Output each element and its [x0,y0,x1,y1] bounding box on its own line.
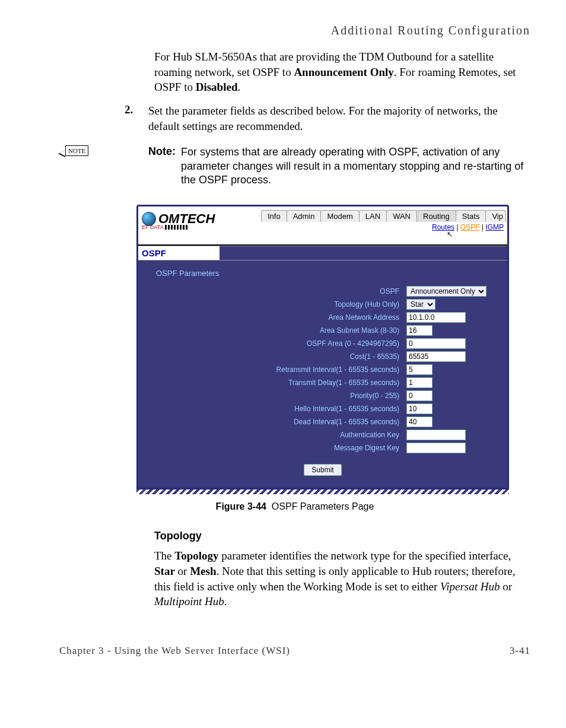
label-priority: Priority(0 - 255) [150,392,402,400]
topo-b2: Star [154,565,175,577]
label-hello: Hello Interval(1 - 65535 seconds) [150,405,402,413]
footer-left: Chapter 3 - Using the Web Server Interfa… [59,645,290,657]
topo-t2: parameter identifies the network type fo… [219,549,511,562]
input-msgdigest[interactable] [406,443,466,453]
row-msgdigest: Message Digest Key [150,443,495,453]
tab-info[interactable]: Info [261,210,287,222]
label-txdelay: Transmit Delay(1 - 65535 seconds) [150,379,402,387]
input-priority[interactable] [406,390,433,401]
label-dead: Dead Interval(1 - 65535 seconds) [150,418,402,426]
label-authkey: Authentication Key [150,431,402,439]
cursor-icon: ↖ [447,230,453,239]
tab-modem[interactable]: Modem [320,210,359,222]
input-authkey[interactable] [406,430,466,440]
topo-i2: Multipoint Hub [154,595,224,608]
tab-bar: Info Admin Modem LAN WAN Routing Stats V… [262,210,506,222]
note-label: Note: [148,145,181,187]
label-cost: Cost(1 - 65535) [150,352,402,361]
label-ospf: OSPF [150,287,402,295]
intro-paragraph: For Hub SLM-5650As that are providing th… [154,49,530,95]
row-area-net: Area Network Address [150,312,495,323]
input-area-net[interactable] [406,312,466,323]
topo-t5: or [500,580,512,593]
row-retrans: Retransmit Interval(1 - 65535 seconds) [150,364,495,375]
logo-block: OMTECH EF DATA [142,211,215,230]
logo-bars-icon [165,225,189,230]
topo-b1: Topology [174,549,218,562]
row-txdelay: Transmit Delay(1 - 65535 seconds) [150,377,495,388]
label-msgdigest: Message Digest Key [150,444,402,452]
section-header: OSPF [138,246,507,260]
logo-sub-ef: EF DATA [142,224,164,230]
tab-stats[interactable]: Stats [456,210,486,222]
note-row: NOTE Note: For systems that are already … [59,145,530,187]
input-ospf-area[interactable] [406,338,466,349]
submit-button[interactable]: Submit [304,464,341,476]
tab-routing[interactable]: Routing [416,210,456,222]
tab-vip[interactable]: Vip [485,210,506,222]
row-hello: Hello Interval(1 - 65535 seconds) [150,403,495,414]
topo-i1: Vipersat Hub [440,580,500,593]
step-2-row: 2. Set the parameter fields as described… [125,103,530,133]
submit-row: Submit [150,464,495,476]
label-subnet: Area Subnet Mask (8-30) [150,326,402,335]
input-subnet[interactable] [406,325,433,336]
input-hello[interactable] [406,403,433,414]
row-priority: Priority(0 - 255) [150,390,495,401]
topo-t6: . [224,595,227,608]
app-screenshot: OMTECH EF DATA Info Admin Modem LAN WAN … [136,205,509,489]
intro-bold-announcement: Announcement Only [294,66,393,78]
figure-title: OSPF Parameters Page [272,501,374,511]
topology-paragraph: The Topology parameter identifies the ne… [154,548,530,609]
row-dead: Dead Interval(1 - 65535 seconds) [150,417,495,427]
row-ospf-area: OSPF Area (0 - 4294967295) [150,338,495,349]
select-topology[interactable]: Star [406,299,435,310]
input-cost[interactable] [406,351,466,362]
footer-right: 3-41 [510,645,530,657]
topo-t3: or [175,565,190,577]
step-number: 2. [125,103,148,133]
note-icon: NOTE [59,145,89,169]
page-footer: Chapter 3 - Using the Web Server Interfa… [59,645,530,657]
topology-heading: Topology [154,530,530,542]
subnav-ospf[interactable]: OSPF [460,223,480,231]
note-box-label: NOTE [65,145,88,156]
input-dead[interactable] [406,417,433,427]
tab-admin[interactable]: Admin [287,210,322,222]
row-ospf: OSPF Announcement Only [150,286,495,297]
figure-caption: Figure 3-44 OSPF Parameters Page [59,501,530,512]
row-topology: Topology (Hub Only) Star [150,299,495,310]
step-text: Set the parameter fields as described be… [148,103,530,133]
subnav-igmp[interactable]: IGMP [485,223,504,231]
label-retrans: Retransmit Interval(1 - 65535 seconds) [150,365,402,374]
panel-title: OSPF Parameters [156,269,495,278]
note-text: For systems that are already operating w… [181,145,530,187]
section-title: OSPF [142,248,173,258]
row-subnet: Area Subnet Mask (8-30) [150,325,495,336]
figure-number: Figure 3-44 [216,501,266,511]
select-ospf[interactable]: Announcement Only [406,286,486,297]
tab-lan[interactable]: LAN [359,210,387,222]
tab-wan[interactable]: WAN [386,210,417,222]
ospf-panel: OSPF Parameters OSPF Announcement Only T… [138,260,507,488]
torn-edge [136,489,509,494]
input-txdelay[interactable] [406,377,433,388]
label-ospf-area: OSPF Area (0 - 4294967295) [150,339,402,348]
row-authkey: Authentication Key [150,430,495,440]
sub-nav: Routes | OSPF | IGMP [432,223,504,231]
row-cost: Cost(1 - 65535) [150,351,495,362]
app-header: OMTECH EF DATA Info Admin Modem LAN WAN … [138,206,507,246]
topo-b3: Mesh [190,565,216,577]
intro-bold-disabled: Disabled [196,81,238,93]
input-retrans[interactable] [406,364,433,375]
page-header: Additional Routing Configuration [59,24,530,37]
figure-container: OMTECH EF DATA Info Admin Modem LAN WAN … [136,205,530,494]
label-area-net: Area Network Address [150,313,402,322]
label-topology: Topology (Hub Only) [150,300,402,309]
topo-t1: The [154,549,174,562]
intro-text-end: . [237,81,240,93]
